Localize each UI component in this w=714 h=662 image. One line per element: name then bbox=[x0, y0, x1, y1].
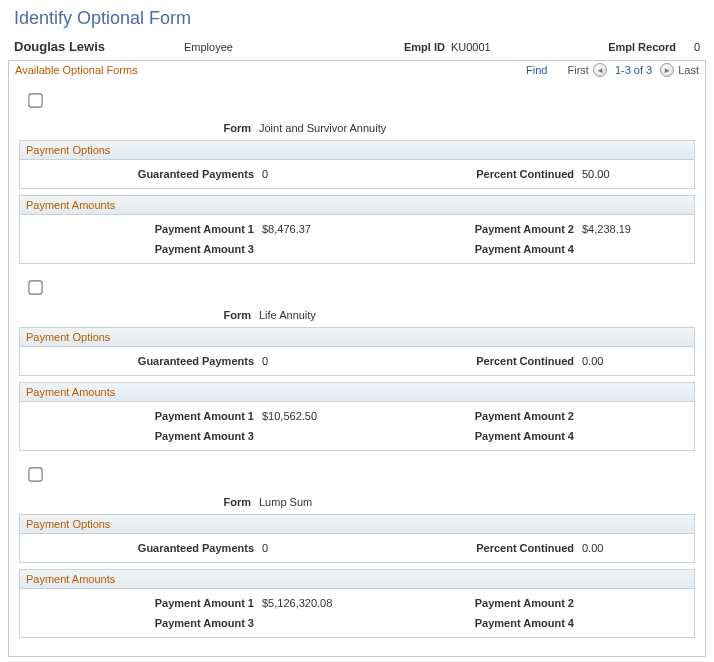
form-label: Form bbox=[19, 496, 259, 508]
find-link[interactable]: Find bbox=[526, 64, 567, 76]
form-label: Form bbox=[19, 122, 259, 134]
percent-continued-label: Percent Continued bbox=[462, 168, 582, 180]
emplid-label: Empl ID bbox=[404, 41, 451, 53]
employee-header: Douglas Lewis Employee Empl ID KU0001 Em… bbox=[8, 37, 706, 60]
pa2-value bbox=[582, 410, 692, 422]
payment-amounts-bar: Payment Amounts bbox=[19, 382, 695, 402]
guaranteed-payments-value: 0 bbox=[262, 168, 462, 180]
pa2-label: Payment Amount 2 bbox=[462, 223, 582, 235]
pa3-label: Payment Amount 3 bbox=[22, 243, 262, 255]
nav-first[interactable]: First bbox=[568, 64, 589, 76]
guaranteed-payments-value: 0 bbox=[262, 355, 462, 367]
pa1-label: Payment Amount 1 bbox=[22, 223, 262, 235]
employee-name: Douglas Lewis bbox=[14, 39, 184, 54]
form-block: Form Joint and Survivor Annuity Payment … bbox=[19, 87, 695, 264]
pa3-value bbox=[262, 243, 462, 255]
form-name: Life Annuity bbox=[259, 309, 695, 321]
pa4-label: Payment Amount 4 bbox=[462, 243, 582, 255]
form-name: Joint and Survivor Annuity bbox=[259, 122, 695, 134]
payment-amounts-bar: Payment Amounts bbox=[19, 569, 695, 589]
payment-options-bar: Payment Options bbox=[19, 140, 695, 160]
percent-continued-label: Percent Continued bbox=[462, 355, 582, 367]
forms-area: Form Joint and Survivor Annuity Payment … bbox=[8, 79, 706, 657]
pa2-value bbox=[582, 597, 692, 609]
percent-continued-value: 50.00 bbox=[582, 168, 692, 180]
employee-role: Employee bbox=[184, 41, 404, 53]
form-label: Form bbox=[19, 309, 259, 321]
pa4-value bbox=[582, 430, 692, 442]
pa1-label: Payment Amount 1 bbox=[22, 410, 262, 422]
pa4-label: Payment Amount 4 bbox=[462, 617, 582, 629]
grid-header: Available Optional Forms Find First ◄ 1-… bbox=[8, 60, 706, 79]
emplid-value: KU0001 bbox=[451, 41, 551, 53]
percent-continued-label: Percent Continued bbox=[462, 542, 582, 554]
pa3-label: Payment Amount 3 bbox=[22, 617, 262, 629]
pa1-value: $10,562.50 bbox=[262, 410, 462, 422]
percent-continued-value: 0.00 bbox=[582, 542, 692, 554]
select-form-checkbox[interactable] bbox=[28, 93, 42, 107]
payment-amounts-bar: Payment Amounts bbox=[19, 195, 695, 215]
pa1-value: $8,476.37 bbox=[262, 223, 462, 235]
form-block: Form Lump Sum Payment Options Guaranteed… bbox=[19, 461, 695, 638]
pa4-value bbox=[582, 617, 692, 629]
guaranteed-payments-label: Guaranteed Payments bbox=[22, 542, 262, 554]
pa3-label: Payment Amount 3 bbox=[22, 430, 262, 442]
pa2-value: $4,238.19 bbox=[582, 223, 692, 235]
nav-range: 1-3 of 3 bbox=[611, 64, 656, 76]
percent-continued-value: 0.00 bbox=[582, 355, 692, 367]
payment-options-bar: Payment Options bbox=[19, 514, 695, 534]
pa4-value bbox=[582, 243, 692, 255]
emplrec-label: Empl Record bbox=[608, 41, 682, 53]
payment-options-bar: Payment Options bbox=[19, 327, 695, 347]
form-name: Lump Sum bbox=[259, 496, 695, 508]
page-title: Identify Optional Form bbox=[8, 8, 706, 29]
pa1-value: $5,126,320.08 bbox=[262, 597, 462, 609]
guaranteed-payments-label: Guaranteed Payments bbox=[22, 355, 262, 367]
form-block: Form Life Annuity Payment Options Guaran… bbox=[19, 274, 695, 451]
pa4-label: Payment Amount 4 bbox=[462, 430, 582, 442]
guaranteed-payments-label: Guaranteed Payments bbox=[22, 168, 262, 180]
select-form-checkbox[interactable] bbox=[28, 467, 42, 481]
emplrec-value: 0 bbox=[682, 41, 700, 53]
pa2-label: Payment Amount 2 bbox=[462, 597, 582, 609]
grid-title: Available Optional Forms bbox=[15, 64, 526, 76]
prev-icon[interactable]: ◄ bbox=[593, 63, 607, 77]
select-form-checkbox[interactable] bbox=[28, 280, 42, 294]
nav-last[interactable]: Last bbox=[678, 64, 699, 76]
pa3-value bbox=[262, 430, 462, 442]
pa2-label: Payment Amount 2 bbox=[462, 410, 582, 422]
pa3-value bbox=[262, 617, 462, 629]
next-icon[interactable]: ► bbox=[660, 63, 674, 77]
guaranteed-payments-value: 0 bbox=[262, 542, 462, 554]
pa1-label: Payment Amount 1 bbox=[22, 597, 262, 609]
